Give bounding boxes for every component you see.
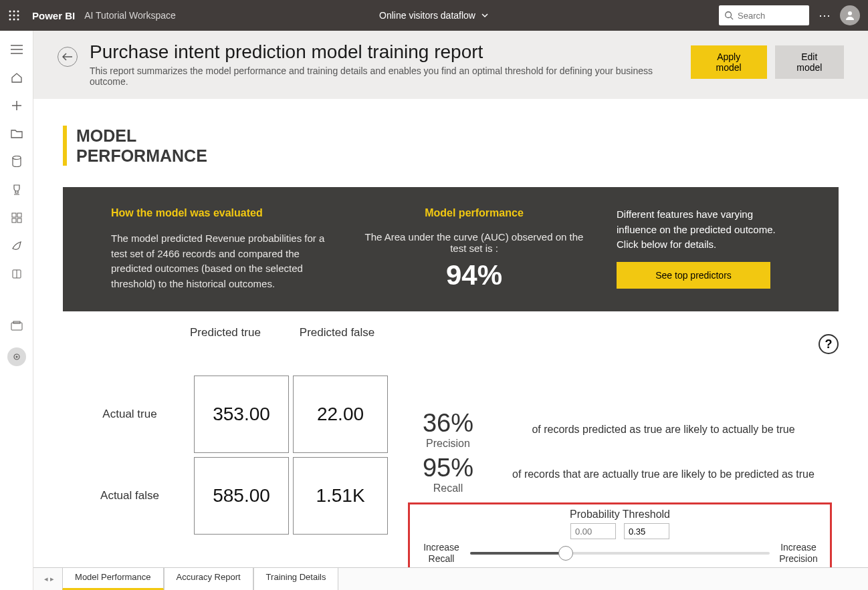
cell-false-true: 585.00 — [194, 457, 289, 535]
recall-desc: of records that are actually true are li… — [508, 468, 832, 480]
section-accent-bar — [63, 126, 67, 166]
tab-training-details[interactable]: Training Details — [253, 567, 339, 590]
trophy-icon[interactable] — [10, 183, 23, 196]
svg-line-10 — [731, 17, 734, 20]
menu-icon[interactable] — [10, 43, 23, 56]
search-icon — [724, 11, 734, 20]
edit-model-button[interactable]: Edit model — [775, 45, 844, 79]
auc-value: 94% — [364, 259, 584, 291]
person-icon — [845, 10, 855, 21]
row-actual-false: Actual false — [70, 489, 190, 502]
user-avatar[interactable] — [840, 5, 860, 25]
slider-thumb[interactable] — [558, 546, 573, 561]
svg-point-9 — [726, 12, 732, 18]
confusion-matrix: Actual true 353.00 22.00 Actual false 58… — [70, 376, 388, 535]
svg-point-4 — [13, 15, 15, 17]
page-tabs: ◂ ▸ Model Performance Accuracy Report Tr… — [33, 567, 868, 590]
dataflow-title: Online visitors dataflow — [379, 10, 475, 21]
report-content: MODEL PERFORMANCE How the model was eval… — [33, 99, 868, 567]
svg-point-8 — [17, 19, 19, 21]
plus-icon[interactable] — [10, 99, 23, 112]
folder-icon[interactable] — [10, 127, 23, 140]
app-launcher-icon[interactable] — [8, 9, 20, 21]
section-title-line1: MODEL — [76, 126, 207, 146]
threshold-min-input[interactable] — [570, 523, 616, 539]
svg-rect-20 — [12, 218, 16, 223]
cell-true-true: 353.00 — [194, 376, 289, 453]
svg-point-11 — [848, 11, 852, 15]
svg-rect-24 — [11, 323, 22, 330]
threshold-value-input[interactable] — [624, 523, 669, 539]
cell-true-false: 22.00 — [293, 376, 388, 453]
page-title: Purchase intent prediction model trainin… — [90, 41, 679, 63]
precision-desc: of records predicted as true are likely … — [508, 424, 832, 436]
help-icon[interactable]: ? — [819, 334, 839, 354]
precision-label: Precision — [408, 438, 488, 450]
eval-title: How the model was evaluated — [111, 207, 332, 219]
svg-point-0 — [9, 11, 11, 13]
perf-title: Model performance — [364, 207, 584, 219]
workspace-label[interactable]: AI Tutorial Workspace — [84, 10, 176, 21]
increase-recall-label: IncreaseRecall — [418, 542, 465, 565]
tab-accuracy-report[interactable]: Accuracy Report — [164, 567, 253, 590]
back-button[interactable] — [58, 47, 78, 67]
brand-label: Power BI — [32, 10, 75, 21]
svg-point-7 — [13, 19, 15, 21]
col-predicted-false: Predicted false — [300, 326, 374, 339]
chevron-down-icon — [481, 11, 489, 19]
recall-value: 95% — [408, 454, 488, 482]
learn-icon[interactable] — [10, 267, 23, 281]
svg-point-1 — [13, 11, 15, 13]
current-workspace-icon[interactable] — [7, 347, 26, 366]
dataflow-dropdown[interactable]: Online visitors dataflow — [379, 10, 489, 21]
svg-point-2 — [17, 11, 19, 13]
perf-sub: The Area under the curve (AUC) observed … — [364, 231, 584, 254]
threshold-slider[interactable] — [470, 552, 770, 555]
evaluation-panel: How the model was evaluated The model pr… — [63, 187, 839, 311]
more-icon[interactable]: ⋯ — [819, 8, 831, 23]
col-predicted-true: Predicted true — [190, 326, 261, 339]
see-predictors-button[interactable]: See top predictors — [617, 262, 770, 289]
section-title-line2: PERFORMANCE — [76, 146, 207, 166]
cell-false-false: 1.51K — [293, 457, 388, 535]
tab-model-performance[interactable]: Model Performance — [62, 567, 163, 590]
top-bar: Power BI AI Tutorial Workspace Online vi… — [0, 0, 868, 31]
precision-value: 36% — [408, 409, 488, 438]
slider-fill — [470, 552, 566, 555]
svg-point-27 — [15, 356, 17, 358]
increase-precision-label: IncreasePrecision — [775, 542, 822, 565]
svg-point-3 — [9, 15, 11, 17]
row-actual-true: Actual true — [70, 408, 190, 421]
recall-label: Recall — [408, 482, 488, 494]
threshold-title: Probability Threshold — [418, 508, 822, 521]
svg-point-17 — [13, 156, 21, 160]
workspace-icon[interactable] — [10, 319, 23, 333]
home-icon[interactable] — [10, 71, 23, 84]
report-header: Purchase intent prediction model trainin… — [33, 31, 868, 99]
svg-rect-21 — [17, 218, 21, 223]
section-title: MODEL PERFORMANCE — [76, 126, 207, 166]
svg-rect-18 — [12, 213, 16, 217]
svg-point-5 — [17, 15, 19, 17]
arrow-left-icon — [62, 53, 73, 61]
tab-nav-arrows[interactable]: ◂ ▸ — [44, 568, 62, 590]
deploy-icon[interactable] — [10, 239, 23, 253]
apply-model-button[interactable]: Apply model — [691, 45, 767, 79]
threshold-panel: Probability Threshold IncreaseRecall — [408, 502, 832, 567]
search-box[interactable] — [719, 5, 809, 25]
nav-rail — [0, 31, 33, 590]
svg-rect-19 — [17, 213, 21, 217]
database-icon[interactable] — [10, 155, 23, 168]
search-input[interactable] — [738, 11, 798, 21]
apps-icon[interactable] — [10, 211, 23, 225]
eval-body: The model predicted Revenue probabilitie… — [111, 231, 332, 291]
predictors-text: Different features have varying influenc… — [617, 207, 790, 253]
page-subtitle: This report summarizes the model perform… — [90, 65, 679, 87]
svg-point-6 — [9, 19, 11, 21]
